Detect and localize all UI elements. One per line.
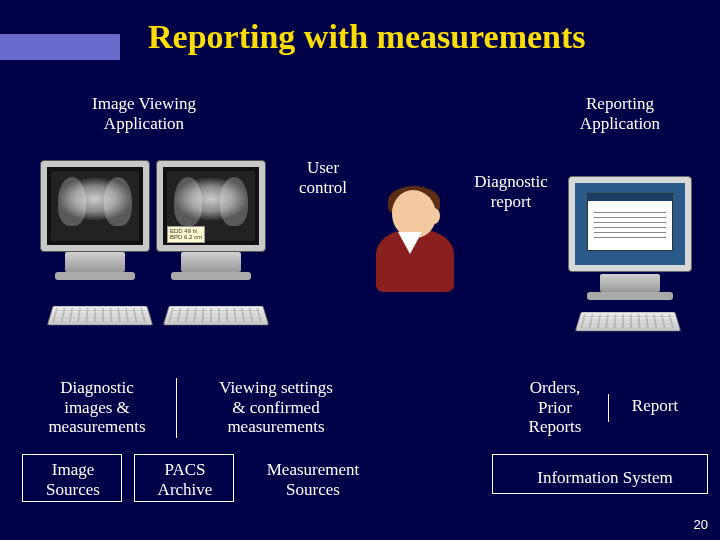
report-window-icon bbox=[587, 193, 673, 251]
label-reporting-app: Reporting Application bbox=[540, 94, 700, 133]
measurement-overlay: EDD 49 fx BPD 6.2 cm bbox=[167, 226, 205, 243]
label-report: Report bbox=[620, 396, 690, 416]
user-person-icon bbox=[370, 190, 460, 300]
box-pacs-archive bbox=[134, 454, 234, 502]
monitor-right: EDD 49 fx BPD 6.2 cm bbox=[156, 160, 266, 290]
box-information-system bbox=[492, 454, 708, 494]
separator bbox=[608, 394, 609, 422]
keyboard-icon bbox=[47, 306, 153, 325]
slide-title: Reporting with measurements bbox=[148, 18, 586, 56]
label-diagnostic-images: Diagnostic images & measurements bbox=[32, 378, 162, 437]
slide-number: 20 bbox=[694, 517, 708, 532]
label-orders-prior: Orders, Prior Reports bbox=[510, 378, 600, 437]
keyboard-icon bbox=[163, 306, 269, 325]
label-image-viewing-app: Image Viewing Application bbox=[64, 94, 224, 133]
monitor-left bbox=[40, 160, 150, 290]
title-accent-bar bbox=[0, 34, 120, 60]
xray-image-icon bbox=[51, 171, 139, 241]
label-viewing-settings: Viewing settings & confirmed measurement… bbox=[196, 378, 356, 437]
keyboard-icon bbox=[575, 312, 681, 331]
box-image-sources bbox=[22, 454, 122, 502]
label-diagnostic-report: Diagnostic report bbox=[456, 172, 566, 211]
label-user-control: User control bbox=[278, 158, 368, 197]
reporting-workstation bbox=[560, 176, 700, 336]
image-viewing-workstation: EDD 49 fx BPD 6.2 cm bbox=[40, 160, 270, 336]
label-measurement-sources: Measurement Sources bbox=[248, 460, 378, 499]
separator bbox=[176, 378, 177, 438]
